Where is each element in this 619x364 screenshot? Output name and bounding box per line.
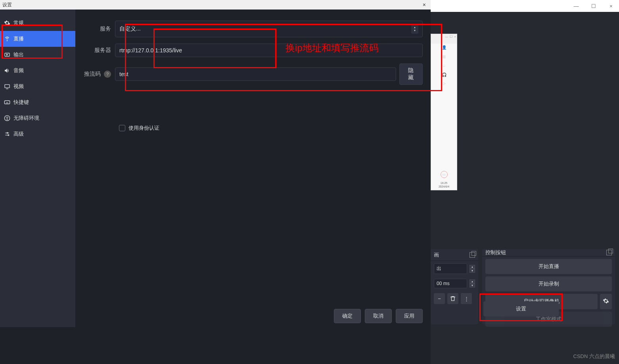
close-icon[interactable]: × [420, 2, 428, 8]
popout-icon[interactable] [470, 252, 475, 258]
transition-stepper[interactable]: ▲▼ [470, 265, 475, 273]
trash-button[interactable] [447, 293, 458, 304]
virtual-camera-settings-button[interactable] [600, 294, 612, 309]
preview-thumbnail: —☐× 👤 ▦ ☺ 🎧 ⟳ 66 16:25 2024/6/4 [431, 34, 457, 190]
sidebar-item-advanced[interactable]: 高级 [0, 126, 75, 142]
duration-input[interactable]: 00 ms [434, 279, 467, 288]
sidebar-item-audio[interactable]: 音频 [0, 63, 75, 79]
service-select[interactable]: 自定义... ▲▼ [115, 21, 423, 37]
server-label: 服务器 [83, 47, 115, 54]
maximize-button[interactable]: ☐ [589, 1, 598, 11]
preview-badge: 66 [441, 171, 448, 178]
headset-icon: 🎧 [442, 73, 447, 77]
sidebar-item-label: 高级 [13, 130, 24, 138]
settings-sidebar: 常规 直播 输出 音频 视频 快捷键 [0, 10, 75, 327]
apply-button[interactable]: 应用 [396, 309, 423, 323]
cancel-button[interactable]: 取消 [365, 309, 392, 323]
sidebar-item-label: 常规 [13, 19, 24, 27]
start-streaming-button[interactable]: 开始直播 [485, 259, 612, 274]
sliders-icon [4, 131, 10, 137]
hide-button[interactable]: 隐藏 [399, 63, 423, 85]
dialog-footer: 确定 取消 应用 [326, 305, 431, 327]
preview-clock: 16:25 2024/6/4 [431, 182, 457, 188]
svg-rect-1 [5, 84, 10, 88]
select-arrows-icon: ▲▼ [411, 24, 418, 34]
window-titlebar: — ☐ × [431, 0, 619, 12]
keyboard-icon [4, 99, 10, 105]
panel-title: 控制按钮 [485, 249, 506, 256]
minus-button[interactable]: − [434, 293, 445, 304]
sidebar-item-general[interactable]: 常规 [0, 15, 75, 31]
sidebar-item-accessibility[interactable]: 无障碍环境 [0, 110, 75, 126]
sidebar-item-label: 音频 [13, 67, 24, 74]
sidebar-item-video[interactable]: 视频 [0, 79, 75, 94]
watermark: CSDN 六点的晨曦 [573, 353, 615, 360]
streamkey-input[interactable] [115, 67, 396, 81]
grid-icon: ▦ [442, 54, 446, 59]
accessibility-icon [4, 115, 10, 121]
output-icon [4, 52, 10, 58]
sidebar-item-hotkeys[interactable]: 快捷键 [0, 94, 75, 110]
annotation-text: 换ip地址和填写推流码 [286, 42, 379, 54]
transitions-panel: 画 出 ▲▼ 00 ms ▲▼ − ⋮ [431, 249, 478, 324]
duration-stepper[interactable]: ▲▼ [470, 280, 475, 287]
sidebar-item-label: 输出 [13, 51, 24, 58]
monitor-icon [4, 83, 10, 90]
sidebar-item-output[interactable]: 输出 [0, 47, 75, 63]
dialog-titlebar: 设置 × [0, 0, 431, 10]
streamkey-label: 推流码 [84, 71, 101, 77]
start-recording-button[interactable]: 开始录制 [485, 276, 612, 291]
sidebar-item-label: 快捷键 [13, 99, 29, 106]
antenna-icon [4, 36, 10, 42]
gear-icon [4, 20, 10, 26]
sidebar-item-label: 视频 [13, 83, 24, 90]
panel-title: 画 [434, 251, 439, 259]
dialog-title: 设置 [2, 2, 420, 8]
speaker-icon [4, 67, 10, 74]
svg-rect-2 [4, 101, 10, 104]
minimize-button[interactable]: — [571, 1, 581, 11]
settings-content: 服务 自定义... ▲▼ 服务器 推流码 ? [75, 10, 431, 327]
service-label: 服务 [83, 25, 115, 33]
use-auth-label: 使用身份认证 [128, 125, 159, 132]
popout-icon[interactable] [606, 250, 612, 255]
sidebar-item-label: 无障碍环境 [13, 115, 39, 122]
ok-button[interactable]: 确定 [334, 309, 361, 323]
sidebar-item-stream[interactable]: 直播 [0, 31, 75, 47]
avatar-icon: 👤 [442, 45, 447, 50]
window-close-button[interactable]: × [606, 1, 616, 11]
settings-button[interactable]: 设置 [483, 301, 559, 316]
help-icon[interactable]: ? [104, 71, 111, 78]
sidebar-item-label: 直播 [13, 35, 24, 42]
use-auth-checkbox[interactable] [119, 125, 125, 131]
transition-select[interactable]: 出 [434, 263, 467, 274]
more-button[interactable]: ⋮ [461, 293, 472, 304]
cycle-icon: ⟳ [443, 82, 446, 86]
settings-dialog: 设置 × 常规 直播 输出 音频 视频 [0, 0, 431, 327]
obs-main-window: — ☐ × —☐× 👤 ▦ ☺ 🎧 ⟳ 66 16:25 2024/6/4 画 … [431, 0, 619, 364]
emoji-icon: ☺ [442, 63, 446, 68]
svg-point-4 [7, 117, 8, 117]
